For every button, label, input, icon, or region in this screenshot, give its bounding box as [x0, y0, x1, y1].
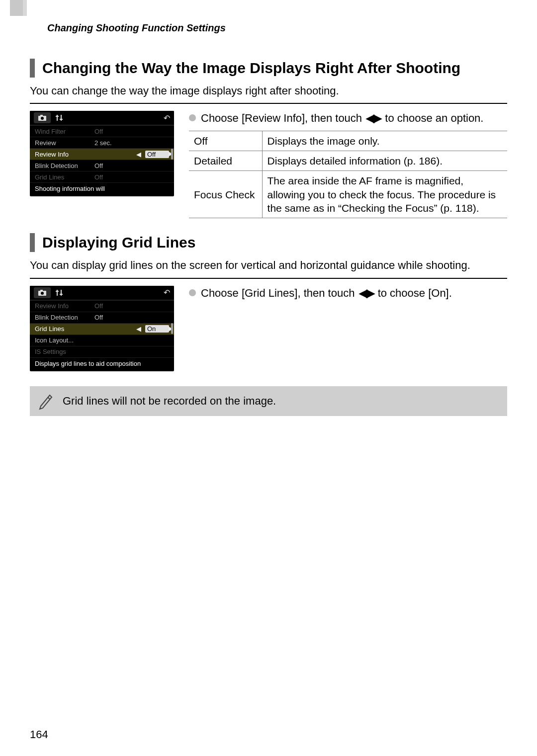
instruction-review-info: Choose [Review Info], then touch ◀▶ to c…	[189, 111, 507, 126]
camera-menu-screenshot-grid-lines: ↶ Review InfoOff Blink DetectionOff Grid…	[30, 286, 174, 371]
bullet-icon	[189, 289, 196, 296]
camera-tab-icon	[34, 112, 51, 123]
svg-rect-11	[61, 290, 62, 296]
table-row: DetailedDisplays detailed information (p…	[189, 151, 507, 171]
menu-row: Icon Layout...	[30, 335, 174, 346]
menu-row-selected: Grid Lines ◀ On ▶	[30, 323, 174, 335]
left-right-arrows-icon: ◀▶	[365, 112, 382, 124]
svg-rect-12	[56, 291, 59, 292]
back-arrow-icon: ↶	[164, 113, 170, 123]
svg-rect-3	[57, 115, 58, 121]
table-row: Focus CheckThe area inside the AF frame …	[189, 171, 507, 218]
divider	[30, 278, 507, 279]
svg-point-2	[41, 117, 44, 120]
triangle-left-icon: ◀	[136, 151, 141, 158]
menu-row: Wind FilterOff	[30, 125, 174, 137]
svg-rect-13	[60, 294, 63, 295]
back-arrow-icon: ↶	[164, 288, 170, 297]
svg-rect-4	[61, 115, 62, 121]
note-text: Grid lines will not be recorded on the i…	[63, 395, 276, 408]
scrollbar	[171, 302, 173, 355]
menu-list: Review InfoOff Blink DetectionOff Grid L…	[30, 300, 174, 357]
tools-tab-icon	[51, 287, 68, 298]
menu-row: IS Settings	[30, 346, 174, 357]
menu-row: Review InfoOff	[30, 300, 174, 312]
menu-row: Review2 sec.	[30, 137, 174, 148]
camera-tab-icon	[34, 287, 51, 298]
svg-rect-6	[60, 119, 63, 120]
side-tab	[10, 0, 23, 16]
side-tab-inner	[23, 0, 27, 16]
menu-row: Blink DetectionOff	[30, 160, 174, 171]
section-title-review-info: Changing the Way the Image Displays Righ…	[30, 59, 507, 78]
bullet-icon	[189, 114, 196, 121]
menu-hint: Displays grid lines to aid composition	[30, 357, 174, 371]
tools-tab-icon	[51, 112, 68, 123]
menu-row: Grid LinesOff	[30, 171, 174, 182]
running-header: Changing Shooting Function Settings	[47, 22, 507, 34]
svg-rect-10	[57, 290, 58, 296]
svg-point-9	[41, 292, 44, 295]
table-row: OffDisplays the image only.	[189, 131, 507, 151]
pencil-note-icon	[39, 392, 54, 410]
section-intro-review-info: You can change the way the image display…	[30, 84, 507, 98]
svg-rect-1	[40, 115, 43, 116]
instruction-grid-lines: Choose [Grid Lines], then touch ◀▶ to ch…	[189, 286, 507, 301]
section-title-grid-lines: Displaying Grid Lines	[30, 233, 507, 252]
menu-row-selected: Review Info ◀ Off ▶	[30, 148, 174, 160]
menu-list: Wind FilterOff Review2 sec. Review Info …	[30, 125, 174, 182]
page-number: 164	[30, 728, 48, 741]
triangle-left-icon: ◀	[136, 325, 141, 333]
menu-row: Blink DetectionOff	[30, 312, 174, 323]
camera-menu-screenshot-review-info: ↶ Wind FilterOff Review2 sec. Review Inf…	[30, 111, 174, 196]
section-intro-grid-lines: You can display grid lines on the screen…	[30, 258, 507, 273]
review-info-options-table: OffDisplays the image only. DetailedDisp…	[189, 131, 507, 218]
note-box: Grid lines will not be recorded on the i…	[30, 386, 507, 416]
divider	[30, 103, 507, 104]
menu-hint: Shooting information will	[30, 182, 174, 196]
svg-rect-5	[56, 116, 59, 117]
scrollbar	[171, 127, 173, 180]
left-right-arrows-icon: ◀▶	[358, 287, 375, 299]
svg-rect-8	[40, 290, 43, 291]
